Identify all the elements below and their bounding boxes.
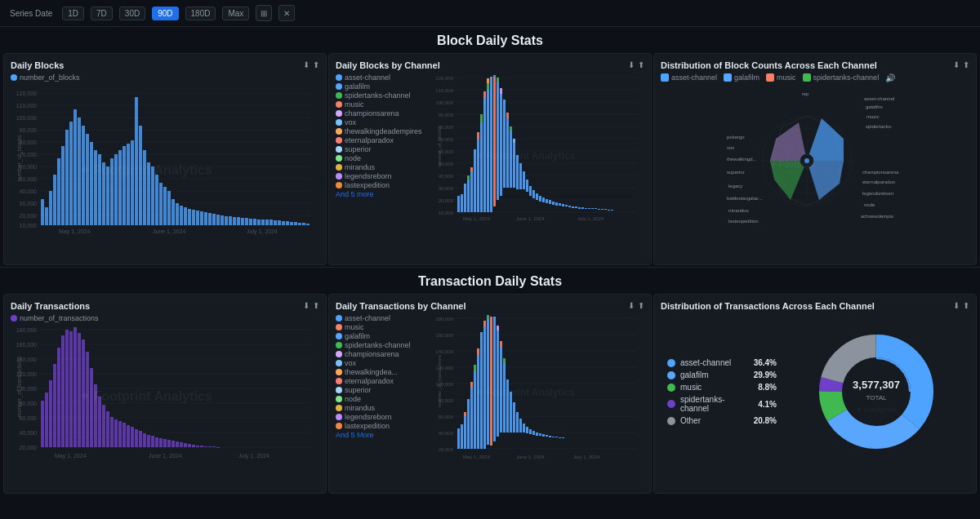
svg-rect-258 (118, 421, 122, 447)
svg-rect-61 (188, 209, 191, 225)
download-icon-6[interactable]: ⬇ (953, 301, 960, 310)
download-icon-3[interactable]: ⬇ (953, 60, 960, 69)
svg-rect-26 (45, 207, 48, 225)
share-icon[interactable]: ⬆ (313, 60, 319, 69)
daily-blocks-header: Daily Blocks ⬇ ⬆ (11, 60, 319, 70)
daily-blocks-channel-header: Daily Blocks by Channel ⬇ ⬆ (336, 60, 644, 70)
donut-dot-gala (667, 371, 675, 379)
svg-rect-335 (513, 402, 515, 432)
svg-rect-328 (497, 326, 499, 330)
svg-rect-260 (127, 425, 130, 447)
share-icon-4[interactable]: ⬆ (313, 301, 319, 310)
svg-text:pokergo: pokergo (727, 135, 745, 140)
table-icon[interactable]: ⊞ (256, 5, 272, 21)
svg-rect-278 (200, 446, 203, 447)
svg-text:vox: vox (727, 145, 734, 150)
svg-text:160,000: 160,000 (435, 333, 453, 338)
share-icon-2[interactable]: ⬆ (638, 60, 644, 69)
date-btn-180d[interactable]: 180D (185, 7, 216, 20)
svg-rect-337 (519, 419, 522, 432)
svg-text:number_of_transactions: number_of_transactions (16, 356, 23, 418)
date-btn-max[interactable]: Max (222, 7, 249, 20)
svg-rect-257 (114, 419, 118, 447)
svg-text:20,000: 20,000 (439, 198, 454, 203)
svg-text:TOTAL: TOTAL (866, 394, 887, 401)
download-icon-4[interactable]: ⬇ (303, 301, 310, 310)
svg-rect-140 (490, 77, 492, 80)
svg-rect-53 (155, 175, 158, 225)
svg-rect-33 (74, 109, 77, 225)
svg-rect-156 (519, 163, 522, 189)
svg-rect-66 (208, 213, 212, 225)
daily-blocks-channel-card: Daily Blocks by Channel ⬇ ⬆ asset-channe… (328, 53, 652, 265)
sound-icon[interactable]: 🔊 (885, 73, 895, 82)
svg-rect-131 (480, 122, 483, 212)
svg-rect-309 (464, 412, 466, 416)
share-icon-6[interactable]: ⬆ (963, 301, 969, 310)
daily-transactions-channel-title: Daily Transactions by Channel (336, 301, 466, 311)
close-icon[interactable]: ✕ (278, 5, 295, 21)
tx-channel-and-more[interactable]: And 5 More (336, 431, 425, 439)
svg-text:July 1, 2024: July 1, 2024 (573, 455, 600, 459)
download-icon-2[interactable]: ⬇ (628, 60, 635, 69)
daily-blocks-svg: 120,000 110,000 100,000 90,000 80,000 70… (11, 85, 319, 236)
svg-text:June 1, 2024: June 1, 2024 (516, 455, 545, 459)
date-btn-7d[interactable]: 7D (91, 7, 113, 20)
svg-rect-251 (90, 368, 93, 447)
share-icon-3[interactable]: ⬆ (963, 60, 969, 69)
date-btn-30d[interactable]: 30D (119, 7, 145, 20)
svg-rect-75 (245, 218, 248, 225)
svg-rect-80 (265, 220, 269, 225)
svg-text:galafilm: galafilm (866, 104, 883, 109)
distribution-transactions-card: Distribution of Transactions Across Each… (653, 294, 977, 494)
distribution-blocks-card: Distribution of Block Counts Across Each… (653, 53, 977, 265)
svg-text:number_of_transactions: number_of_transactions (437, 355, 442, 407)
svg-rect-89 (302, 223, 305, 225)
svg-rect-70 (225, 216, 228, 225)
svg-rect-79 (261, 220, 265, 225)
svg-rect-65 (204, 212, 207, 225)
svg-rect-144 (497, 78, 499, 82)
svg-text:superior: superior (727, 170, 745, 175)
svg-rect-259 (122, 423, 126, 447)
svg-rect-262 (135, 429, 138, 447)
svg-rect-317 (477, 348, 479, 355)
share-icon-5[interactable]: ⬆ (638, 301, 644, 310)
distribution-transactions-content: asset-channel 36.4% galafilm 29.9% music… (661, 314, 969, 469)
svg-rect-152 (510, 126, 512, 131)
svg-rect-121 (464, 188, 466, 212)
date-btn-90d[interactable]: 90D (152, 7, 178, 20)
blocks-channel-and-more[interactable]: And 5 more (336, 190, 425, 198)
transactions-legend: number_of_transactions (11, 314, 319, 322)
daily-blocks-legend: number_of_blocks (11, 73, 319, 82)
svg-rect-345 (546, 435, 548, 437)
svg-rect-315 (474, 365, 476, 371)
svg-rect-173 (575, 206, 577, 208)
svg-rect-127 (474, 155, 476, 212)
svg-rect-348 (555, 437, 558, 437)
svg-text:June 1, 2024: June 1, 2024 (149, 453, 182, 459)
donut-pct-spidertanks: 4.1% (758, 400, 777, 409)
svg-rect-162 (539, 196, 541, 202)
download-icon-5[interactable]: ⬇ (628, 301, 635, 310)
svg-rect-161 (536, 193, 538, 200)
svg-rect-311 (467, 399, 470, 404)
svg-text:✦ Footprint: ✦ Footprint (856, 406, 897, 414)
donut-label-gala: galafilm (680, 370, 749, 379)
svg-text:110,000: 110,000 (16, 103, 37, 109)
svg-rect-175 (581, 207, 584, 209)
download-icon[interactable]: ⬇ (303, 60, 310, 69)
svg-rect-76 (249, 219, 252, 225)
donut-pct-other: 20.8% (754, 416, 777, 425)
svg-rect-265 (147, 435, 150, 447)
date-btn-1d[interactable]: 1D (62, 7, 84, 20)
svg-text:120,000: 120,000 (16, 91, 37, 96)
svg-text:10,000: 10,000 (20, 223, 38, 228)
svg-rect-78 (257, 220, 261, 225)
svg-rect-47 (131, 140, 134, 225)
donut-pct-asset: 36.4% (754, 358, 777, 367)
svg-text:40,000: 40,000 (439, 431, 454, 436)
svg-rect-44 (118, 150, 122, 225)
svg-rect-322 (487, 318, 489, 445)
svg-rect-273 (180, 442, 183, 447)
